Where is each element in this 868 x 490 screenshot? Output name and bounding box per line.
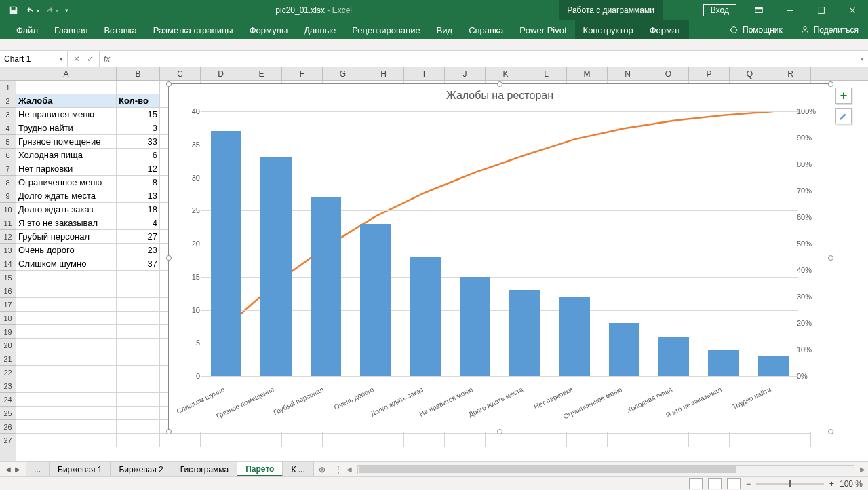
sheet-nav-prev-icon[interactable]: ◀ bbox=[5, 466, 11, 473]
cell[interactable]: 27 bbox=[117, 230, 160, 244]
sheet-tab[interactable]: Парето bbox=[237, 462, 283, 476]
row-header[interactable]: 5 bbox=[0, 135, 16, 149]
column-header[interactable]: A bbox=[16, 67, 117, 80]
horizontal-scrollbar[interactable] bbox=[355, 465, 857, 474]
cell[interactable] bbox=[445, 434, 486, 447]
cell[interactable] bbox=[201, 434, 241, 447]
cell[interactable] bbox=[117, 339, 160, 352]
chart-bar[interactable] bbox=[509, 290, 540, 376]
cell[interactable]: Долго ждать места bbox=[16, 189, 117, 203]
save-icon[interactable] bbox=[5, 2, 22, 18]
row-header[interactable]: 15 bbox=[0, 271, 16, 284]
chart-bar[interactable] bbox=[559, 297, 589, 376]
row-header[interactable]: 16 bbox=[0, 284, 16, 298]
cell[interactable] bbox=[117, 271, 160, 284]
select-all-triangle[interactable] bbox=[0, 67, 16, 80]
row-header[interactable]: 13 bbox=[0, 244, 16, 257]
column-header[interactable]: J bbox=[445, 67, 486, 80]
cell[interactable]: Трудно найти bbox=[16, 121, 117, 135]
cell[interactable]: Кол-во bbox=[117, 94, 160, 108]
cell[interactable] bbox=[117, 298, 160, 312]
row-header[interactable]: 6 bbox=[0, 149, 16, 162]
row-header[interactable]: 1 bbox=[0, 81, 16, 94]
hscroll-right-icon[interactable]: ▶ bbox=[857, 466, 868, 473]
cell[interactable]: 15 bbox=[117, 108, 160, 121]
column-header[interactable]: R bbox=[770, 67, 811, 80]
cell[interactable] bbox=[117, 366, 160, 379]
column-header[interactable]: L bbox=[526, 67, 567, 80]
maximize-icon[interactable] bbox=[806, 0, 837, 20]
row-header[interactable]: 9 bbox=[0, 189, 16, 203]
ribbon-tab[interactable]: Power Pivot bbox=[511, 20, 574, 39]
column-header[interactable]: P bbox=[689, 67, 730, 80]
chart-bar[interactable] bbox=[460, 277, 490, 376]
ribbon-tab[interactable]: Разметка страницы bbox=[145, 20, 241, 39]
column-headers[interactable]: ABCDEFGHIJKLMNOPQR bbox=[0, 67, 868, 81]
cell[interactable]: 13 bbox=[117, 189, 160, 203]
ribbon-tab[interactable]: Вид bbox=[429, 20, 461, 39]
worksheet-cells[interactable]: ЖалобаКол-воНе нравится меню15Трудно най… bbox=[16, 81, 868, 461]
cell[interactable] bbox=[363, 434, 404, 447]
row-header[interactable]: 2 bbox=[0, 94, 16, 108]
chart-title[interactable]: Жалобы на ресторан bbox=[169, 90, 831, 102]
column-header[interactable]: C bbox=[160, 67, 201, 80]
cell[interactable] bbox=[16, 298, 117, 312]
row-header[interactable]: 11 bbox=[0, 216, 16, 230]
row-header[interactable]: 19 bbox=[0, 325, 16, 339]
column-header[interactable]: K bbox=[486, 67, 526, 80]
cell[interactable] bbox=[117, 407, 160, 420]
column-header[interactable]: D bbox=[201, 67, 241, 80]
sheet-tab[interactable]: Биржевая 1 bbox=[50, 462, 111, 476]
row-header[interactable]: 7 bbox=[0, 162, 16, 176]
ribbon-tab[interactable]: Рецензирование bbox=[344, 20, 428, 39]
column-header[interactable]: H bbox=[363, 67, 404, 80]
row-header[interactable]: 26 bbox=[0, 420, 16, 434]
cell[interactable] bbox=[117, 420, 160, 434]
row-header[interactable]: 20 bbox=[0, 339, 16, 352]
column-header[interactable]: O bbox=[648, 67, 689, 80]
ribbon-tab[interactable]: Формулы bbox=[241, 20, 296, 39]
row-header[interactable]: 18 bbox=[0, 312, 16, 325]
cell[interactable] bbox=[241, 434, 282, 447]
cell[interactable]: 23 bbox=[117, 244, 160, 257]
cell[interactable] bbox=[117, 325, 160, 339]
close-icon[interactable] bbox=[837, 0, 868, 20]
cell[interactable] bbox=[16, 407, 117, 420]
chart-bar[interactable] bbox=[708, 350, 738, 376]
chart-bar[interactable] bbox=[211, 131, 241, 376]
row-header[interactable]: 10 bbox=[0, 203, 16, 216]
column-header[interactable]: E bbox=[241, 67, 282, 80]
column-header[interactable]: Q bbox=[730, 67, 770, 80]
chart-bar[interactable] bbox=[609, 323, 639, 376]
cell[interactable]: Долго ждать заказ bbox=[16, 203, 117, 216]
cell[interactable] bbox=[770, 434, 811, 447]
cell[interactable] bbox=[117, 393, 160, 407]
ribbon-options-icon[interactable] bbox=[743, 0, 774, 20]
ribbon-tab[interactable]: Файл bbox=[8, 20, 46, 39]
cell[interactable] bbox=[16, 325, 117, 339]
row-header[interactable]: 14 bbox=[0, 257, 16, 271]
sheet-tab[interactable]: Гистограмма bbox=[172, 462, 237, 476]
cell[interactable] bbox=[16, 312, 117, 325]
cell[interactable] bbox=[117, 312, 160, 325]
cell[interactable]: 33 bbox=[117, 135, 160, 149]
cell[interactable]: Холодная пища bbox=[16, 149, 117, 162]
cell[interactable] bbox=[648, 434, 689, 447]
cell[interactable] bbox=[404, 434, 445, 447]
cell[interactable] bbox=[323, 434, 363, 447]
cell[interactable] bbox=[16, 420, 117, 434]
cell[interactable] bbox=[117, 81, 160, 94]
chart-plot-area[interactable] bbox=[201, 111, 798, 376]
row-header[interactable]: 21 bbox=[0, 352, 16, 366]
signin-button[interactable]: Вход bbox=[703, 4, 736, 16]
tell-me[interactable]: Помощник bbox=[721, 25, 791, 35]
row-header[interactable]: 23 bbox=[0, 379, 16, 393]
cell[interactable]: Не нравится меню bbox=[16, 108, 117, 121]
ribbon-context-tab[interactable]: Конструктор bbox=[575, 20, 642, 39]
cell[interactable] bbox=[16, 434, 117, 447]
cell[interactable] bbox=[16, 352, 117, 366]
cell[interactable] bbox=[160, 434, 201, 447]
redo-icon[interactable]: ▾ bbox=[43, 2, 60, 18]
column-header[interactable]: M bbox=[567, 67, 608, 80]
cell[interactable]: Ограниченное меню bbox=[16, 176, 117, 189]
